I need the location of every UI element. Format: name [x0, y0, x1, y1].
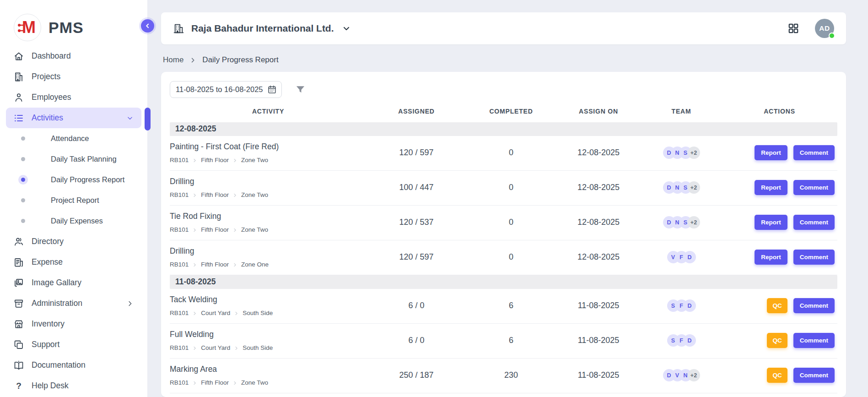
chevron-right-icon [192, 262, 197, 267]
user-avatar[interactable]: AD [815, 19, 834, 38]
breadcrumb: Home Daily Progress Report [163, 55, 846, 65]
assigned-value: 6 / 0 [367, 301, 466, 310]
path-segment: Court Yard [201, 310, 230, 316]
comment-button[interactable]: Comment [793, 333, 835, 348]
comment-button[interactable]: Comment [793, 298, 835, 313]
completed-value: 6 [466, 301, 556, 310]
table-row: DrillingRB101Fifth FloorZone One120 / 59… [170, 240, 837, 275]
activity-title: Drilling [170, 177, 367, 186]
path-segment: Fifth Floor [201, 261, 229, 268]
content-card: 11-08-2025 to 16-08-2025 ACTIVITYASSIGNE… [161, 72, 846, 397]
chevron-down-icon [342, 24, 351, 33]
help-icon: ? [13, 381, 24, 392]
team-avatars: VFD [641, 251, 722, 263]
report-button[interactable]: Report [755, 215, 787, 230]
date-group-header: 12-08-2025 [170, 122, 837, 136]
column-header-completed: COMPLETED [466, 108, 556, 122]
assigned-value: 6 / 0 [367, 336, 466, 345]
progress-table: ACTIVITYASSIGNEDCOMPLETEDASSIGN ONTEAMAC… [170, 108, 837, 397]
image-icon [13, 277, 24, 288]
sidebar-item-image-gallary[interactable]: Image Gallary [6, 272, 141, 293]
activity-cell: Full WeldingRB101Court YardSouth Side [170, 330, 367, 351]
activity-title: Tack Welding [170, 295, 367, 305]
activity-path: RB101Fifth FloorZone One [170, 261, 367, 268]
activity-cell: DrillingRB101Fifth FloorZone One [170, 246, 367, 268]
actions-cell: QCComment [722, 333, 837, 348]
actions-cell: QCComment [722, 298, 837, 313]
actions-cell: QCComment [722, 368, 837, 383]
qc-button[interactable]: QC [767, 298, 787, 313]
comment-button[interactable]: Comment [793, 180, 835, 195]
activity-cell: Painting - First Coat (Fire Red)RB101Fif… [170, 142, 367, 163]
sidebar-item-expense[interactable]: Expense [6, 252, 141, 272]
path-segment: RB101 [170, 379, 189, 386]
sidebar-item-documentation[interactable]: Documentation [6, 355, 141, 375]
date-group-header: 11-08-2025 [170, 275, 837, 289]
sidebar-subitem-label: Daily Expenses [51, 217, 103, 225]
actions-cell: ReportComment [722, 145, 837, 160]
breadcrumb-home[interactable]: Home [163, 55, 183, 65]
team-avatars: DNS+2 [641, 181, 722, 194]
sidebar-item-employees[interactable]: Employees [6, 87, 141, 108]
table-row: Painting - First Coat (Fire Red)RB101Fif… [170, 136, 837, 171]
date-range-input[interactable]: 11-08-2025 to 16-08-2025 [170, 81, 282, 98]
completed-value: 0 [466, 252, 556, 262]
sidebar-item-projects[interactable]: Projects [6, 66, 141, 87]
qc-button[interactable]: QC [767, 368, 787, 383]
sidebar-collapse-button[interactable] [141, 19, 154, 33]
sidebar-item-daily-progress-report[interactable]: Daily Progress Report [0, 169, 147, 190]
qc-button[interactable]: QC [767, 333, 787, 348]
building-icon [13, 71, 24, 82]
company-name: Raja Bahadur International Ltd. [191, 23, 334, 34]
activity-title: Full Welding [170, 330, 367, 339]
receipt-icon [13, 257, 24, 268]
chevron-right-icon [126, 299, 134, 308]
sidebar-item-project-report[interactable]: Project Report [0, 190, 147, 211]
path-segment: Zone Two [241, 191, 268, 198]
sidebar-item-administration[interactable]: Administration [6, 293, 141, 314]
comment-button[interactable]: Comment [793, 215, 835, 230]
completed-value: 0 [466, 183, 556, 192]
active-route-indicator [145, 108, 151, 131]
sidebar-subitem-label: Attendance [51, 134, 89, 143]
bullet-dot-icon [21, 198, 25, 202]
activity-cell: Tie Rod FixingRB101Fifth FloorZone Two [170, 212, 367, 233]
assigned-value: 250 / 187 [367, 370, 466, 380]
sidebar-item-activities[interactable]: Activities [6, 108, 141, 128]
activity-path: RB101Court YardSouth Side [170, 310, 367, 316]
sidebar-item-dashboard[interactable]: Dashboard [6, 46, 141, 66]
report-button[interactable]: Report [755, 250, 787, 265]
filter-funnel-icon[interactable] [295, 84, 306, 95]
actions-cell: ReportComment [722, 215, 837, 230]
chevron-right-icon [234, 311, 239, 316]
logo-circuit-icon [17, 22, 25, 35]
sidebar-item-label: Employees [32, 92, 134, 102]
chevron-down-icon [126, 114, 134, 122]
completed-value: 6 [466, 336, 556, 345]
building-icon [173, 23, 184, 34]
path-segment: Fifth Floor [201, 226, 229, 233]
bullet-dot-icon [21, 157, 25, 161]
sidebar-item-inventory[interactable]: Inventory [6, 314, 141, 334]
people-icon [13, 236, 24, 247]
report-button[interactable]: Report [755, 180, 787, 195]
chevron-right-icon [232, 262, 237, 267]
chevron-right-icon [232, 228, 237, 233]
sidebar-item-daily-task-planning[interactable]: Daily Task Planning [0, 149, 147, 169]
sidebar-item-daily-expenses[interactable]: Daily Expenses [0, 211, 147, 231]
team-member-avatar: D [684, 299, 696, 312]
comment-button[interactable]: Comment [793, 145, 835, 160]
company-selector[interactable]: Raja Bahadur International Ltd. [173, 23, 351, 34]
sidebar-item-attendance[interactable]: Attendance [0, 128, 147, 149]
comment-button[interactable]: Comment [793, 368, 835, 383]
apps-grid-icon[interactable] [787, 22, 799, 34]
sidebar-subitem-label: Project Report [51, 196, 99, 205]
comment-button[interactable]: Comment [793, 250, 835, 265]
completed-value: 230 [466, 370, 556, 380]
report-button[interactable]: Report [755, 145, 787, 160]
sidebar-item-support[interactable]: Support [6, 334, 141, 355]
table-row: Tie Rod FixingRB101Fifth FloorZone Two12… [170, 206, 837, 240]
sidebar-item-directory[interactable]: Directory [6, 231, 141, 252]
chevron-right-icon [192, 381, 197, 386]
sidebar-item-help-desk[interactable]: ?Help Desk [6, 375, 141, 396]
